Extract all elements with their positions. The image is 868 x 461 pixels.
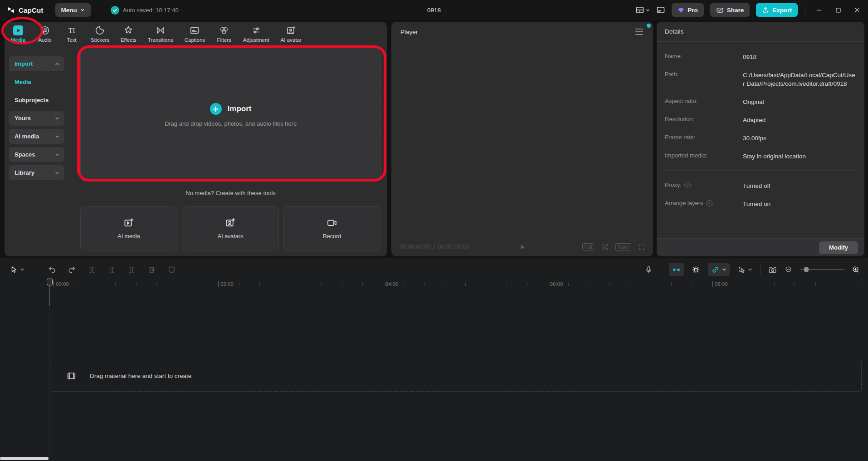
ai-avatar-icon [286, 25, 296, 35]
share-button[interactable]: Share [710, 3, 750, 17]
import-subtitle: Drag and drop videos, photos, and audio … [165, 120, 297, 127]
snap-toggle[interactable] [669, 263, 684, 276]
film-icon [67, 371, 76, 381]
timeline-ruler[interactable]: 00:0002:0004:0006:0008:00 [0, 280, 868, 291]
record-camera-icon [327, 217, 337, 228]
media-tabbar: Media Audio TI Text Stickers Effects Tra… [5, 22, 387, 46]
playhead[interactable] [47, 279, 53, 285]
autosave-status: Auto saved: 10:17:40 [111, 6, 179, 15]
play-button[interactable] [518, 243, 526, 251]
full-screen-toggle[interactable]: Full [582, 243, 595, 250]
auto-cut-button[interactable] [692, 265, 700, 274]
detail-row-proxy: Proxy:? Turned off [665, 181, 855, 190]
details-panel: Details Name: 0918 Path: C:/Users/fast/A… [657, 22, 864, 256]
titlebar-divider [805, 6, 805, 14]
import-dropzone[interactable]: Import Drag and drop videos, photos, and… [80, 49, 381, 181]
tab-media[interactable]: Media [10, 25, 26, 43]
track-dropzone[interactable]: Drag material here and start to create [50, 360, 862, 392]
redo-button[interactable] [68, 265, 76, 274]
link-toggle[interactable] [708, 263, 730, 276]
track-start-boundary [49, 294, 49, 461]
chevron-down-icon [55, 116, 59, 121]
tab-stickers[interactable]: Stickers [91, 25, 109, 43]
help-icon[interactable]: ? [706, 200, 712, 206]
minimize-button[interactable] [813, 4, 825, 16]
tab-audio[interactable]: Audio [37, 25, 53, 43]
tab-transitions[interactable]: Transitions [148, 25, 173, 43]
share-icon [716, 6, 724, 14]
sidebar-item-library[interactable]: Library [9, 165, 64, 180]
panel-layout-button[interactable] [656, 5, 665, 15]
tab-ai-avatar[interactable]: AI avatar [281, 25, 302, 43]
sidebar-item-ai-media[interactable]: AI media [9, 129, 64, 144]
tab-effects[interactable]: Effects [121, 25, 137, 43]
horizontal-scrollbar[interactable] [0, 457, 49, 460]
details-rows: Name: 0918 Path: C:/Users/fast/AppData/L… [657, 42, 864, 208]
detail-row-path: Path: C:/Users/fast/AppData/Local/CapCut… [665, 71, 855, 88]
detail-row-frame-rate: Frame rate: 30.00fps [665, 134, 855, 142]
tools-divider: No media? Create with these tools [80, 190, 381, 196]
record-card[interactable]: Record [283, 206, 380, 250]
expand-fullscreen-icon[interactable] [638, 243, 646, 251]
star-icon [123, 25, 133, 35]
pro-gem-icon [678, 7, 684, 14]
chevron-down-icon [646, 8, 650, 12]
zoom-fit-icon[interactable] [601, 243, 609, 251]
tab-text[interactable]: TI Text [64, 25, 79, 43]
layout-preset-button[interactable] [635, 5, 650, 15]
sidebar-item-import[interactable]: Import [9, 56, 64, 71]
sidebar-item-subprojects[interactable]: Subprojects [9, 93, 64, 108]
tab-adjustment[interactable]: Adjustment [243, 25, 269, 43]
player-timecode: 00:00:00:00 / 00:00:00:00 [400, 244, 483, 250]
toolbar-divider [760, 265, 761, 274]
tab-captions[interactable]: Captions [185, 25, 205, 43]
split-button[interactable] [88, 265, 96, 274]
details-title: Details [665, 28, 683, 35]
plus-icon [210, 103, 222, 115]
maximize-button[interactable] [832, 4, 844, 16]
ai-avatars-icon [225, 217, 236, 228]
app-logo: CapCut [6, 5, 44, 15]
undo-button[interactable] [48, 265, 56, 274]
menu-button[interactable]: Menu [55, 3, 91, 17]
close-button[interactable] [851, 4, 863, 16]
ai-media-icon [123, 217, 134, 228]
player-menu-icon[interactable] [635, 29, 643, 35]
ratio-toggle[interactable]: Ratio [615, 243, 631, 250]
zoom-in-button[interactable] [852, 265, 860, 274]
detail-row-arrange-layers: Arrange layers? Turned on [665, 200, 855, 208]
details-divider [665, 170, 855, 171]
preview-axis-button[interactable] [768, 265, 777, 274]
ai-avatars-card[interactable]: AI avatars [182, 206, 279, 250]
tab-filters[interactable]: Filters [216, 25, 232, 43]
delete-button[interactable] [147, 265, 156, 274]
sidebar-item-media[interactable]: Media [9, 74, 64, 89]
sidebar-item-yours[interactable]: Yours [9, 111, 64, 126]
chevron-down-icon [55, 171, 59, 175]
slider-knob[interactable] [804, 267, 809, 272]
delete-right-button[interactable] [127, 265, 136, 274]
export-icon [762, 6, 769, 14]
zoom-out-button[interactable] [785, 265, 793, 274]
project-title: 0918 [427, 7, 441, 14]
timeline-zoom-slider[interactable] [800, 266, 844, 273]
app-name: CapCut [19, 6, 44, 14]
delete-left-button[interactable] [107, 265, 116, 274]
help-icon[interactable]: ? [684, 182, 691, 188]
sticker-icon [95, 25, 105, 35]
detail-row-imported-media: Imported media: Stay in original locatio… [665, 152, 855, 161]
detail-row-name: Name: 0918 [665, 53, 855, 61]
check-icon [111, 6, 119, 15]
modify-button[interactable]: Modify [819, 241, 858, 254]
track-select-mode-button[interactable] [737, 265, 752, 274]
chevron-down-icon [722, 267, 727, 272]
timeline-toolbar [0, 261, 868, 278]
export-button[interactable]: Export [756, 3, 798, 17]
capcut-window: CapCut Menu Auto saved: 10:17:40 0918 [0, 0, 868, 461]
voiceover-mic-button[interactable] [644, 265, 653, 274]
ai-media-card[interactable]: AI media [80, 206, 177, 250]
pro-button[interactable]: Pro [672, 3, 704, 17]
sidebar-item-spaces[interactable]: Spaces [9, 147, 64, 162]
mask-button[interactable] [167, 265, 176, 274]
select-tool-button[interactable] [10, 265, 24, 274]
